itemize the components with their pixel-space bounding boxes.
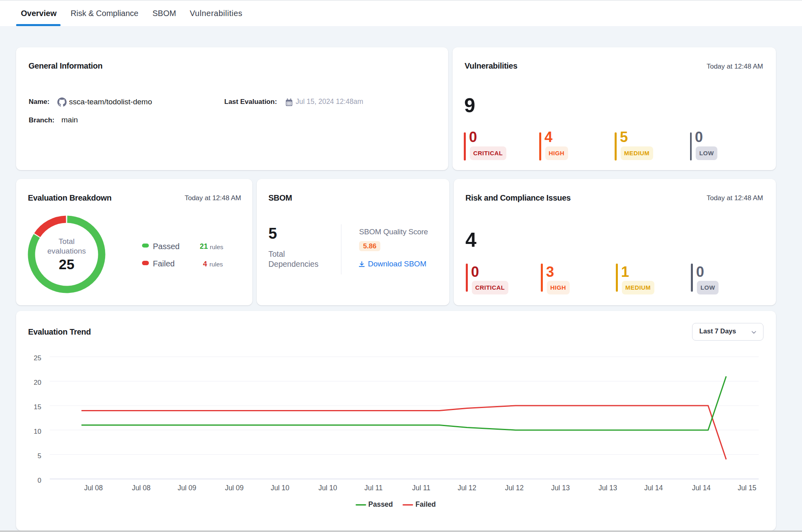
svg-text:Jul 13: Jul 13 [599,484,617,492]
svg-text:10: 10 [34,428,41,435]
svg-text:20: 20 [34,379,41,386]
svg-text:Jul 14: Jul 14 [692,484,711,492]
svg-text:Jul 14: Jul 14 [644,484,663,492]
svg-text:Jul 11: Jul 11 [364,484,382,492]
svg-text:0: 0 [38,477,41,484]
svg-text:Jul 08: Jul 08 [84,484,103,492]
svg-text:Jul 13: Jul 13 [551,484,570,492]
svg-text:5: 5 [38,452,41,460]
svg-text:Jul 15: Jul 15 [738,484,757,492]
svg-text:Jul 08: Jul 08 [132,484,151,492]
svg-text:25: 25 [34,354,41,362]
svg-text:Jul 10: Jul 10 [319,484,337,492]
svg-text:Jul 09: Jul 09 [178,484,197,492]
svg-text:Jul 09: Jul 09 [225,484,244,492]
svg-text:Failed: Failed [416,500,436,508]
svg-text:Jul 11: Jul 11 [412,484,430,492]
svg-text:Passed: Passed [368,500,393,508]
svg-text:Jul 12: Jul 12 [458,484,477,492]
svg-text:Jul 12: Jul 12 [505,484,524,492]
svg-text:15: 15 [34,403,41,411]
svg-text:Jul 10: Jul 10 [271,484,290,492]
